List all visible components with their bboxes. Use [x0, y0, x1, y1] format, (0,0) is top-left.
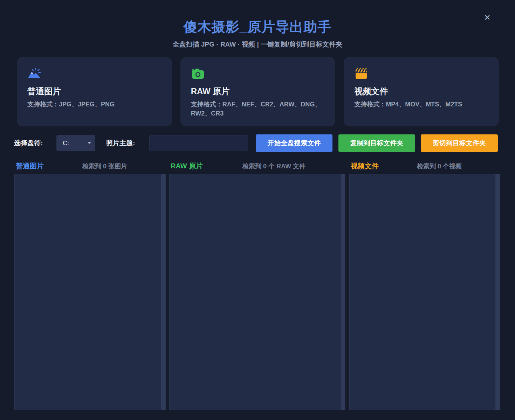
- camera-icon: [191, 67, 205, 81]
- column-title: 视频文件: [351, 161, 379, 171]
- video-files-card: 视频文件 支持格式：MP4、MOV、MTS、M2TS: [344, 57, 499, 126]
- raw-files-card: RAW 原片 支持格式：RAF、NEF、CR2、ARW、DNG、RW2、CR3: [180, 57, 336, 126]
- raw-files-list[interactable]: [169, 174, 345, 410]
- column-count: 检索到 0 个 RAW 文件: [203, 162, 345, 170]
- scrollbar[interactable]: [340, 174, 345, 410]
- card-title: RAW 原片: [191, 86, 325, 97]
- drive-select[interactable]: C:: [56, 135, 95, 151]
- normal-images-card: 普通图片 支持格式：JPG、JPEG、PNG: [17, 57, 172, 126]
- card-formats: 支持格式：JPG、JPEG、PNG: [27, 100, 162, 109]
- video-files-list[interactable]: [349, 174, 500, 410]
- scrollbar[interactable]: [161, 174, 165, 410]
- search-all-drives-button[interactable]: 开始全盘搜索文件: [256, 134, 332, 152]
- copy-to-target-button[interactable]: 复制到目标文件夹: [338, 134, 415, 152]
- column-title: 普通图片: [16, 161, 44, 171]
- mountain-icon: [27, 67, 41, 81]
- card-formats: 支持格式：RAF、NEF、CR2、ARW、DNG、RW2、CR3: [191, 100, 325, 118]
- drive-select-label: 选择盘符:: [14, 134, 43, 152]
- normal-images-list[interactable]: [14, 174, 166, 410]
- column-header: RAW 原片 检索到 0 个 RAW 文件: [169, 158, 345, 174]
- card-title: 视频文件: [354, 86, 488, 97]
- photo-topic-input[interactable]: [149, 135, 248, 151]
- clapperboard-icon: [354, 67, 368, 81]
- app-title: 傻木摄影_原片导出助手: [0, 18, 515, 36]
- scrollbar[interactable]: [495, 174, 500, 410]
- column-header: 普通图片 检索到 0 张图片: [14, 158, 166, 174]
- column-count: 检索到 0 个视频: [379, 162, 500, 170]
- raw-files-column: RAW 原片 检索到 0 个 RAW 文件: [169, 158, 345, 410]
- cut-to-target-button[interactable]: 剪切到目标文件夹: [421, 134, 498, 152]
- video-files-column: 视频文件 检索到 0 个视频: [349, 158, 500, 410]
- card-formats: 支持格式：MP4、MOV、MTS、M2TS: [354, 100, 488, 109]
- format-cards: 普通图片 支持格式：JPG、JPEG、PNG RAW 原片 支持格式：RAF、N…: [17, 57, 499, 126]
- drive-select-value: C:: [63, 139, 69, 147]
- app-window: { "window": { "title": "傻木摄影_原片导出助手", "s…: [0, 0, 515, 420]
- column-title: RAW 原片: [171, 161, 203, 171]
- column-header: 视频文件 检索到 0 个视频: [349, 158, 500, 174]
- column-count: 检索到 0 张图片: [44, 162, 166, 170]
- app-subtitle: 全盘扫描 JPG · RAW · 视频 | 一键复制/剪切到目标文件夹: [0, 40, 515, 49]
- normal-images-column: 普通图片 检索到 0 张图片: [14, 158, 166, 410]
- chevron-down-icon: [88, 142, 91, 144]
- photo-topic-label: 照片主题:: [106, 134, 135, 152]
- card-title: 普通图片: [27, 86, 162, 97]
